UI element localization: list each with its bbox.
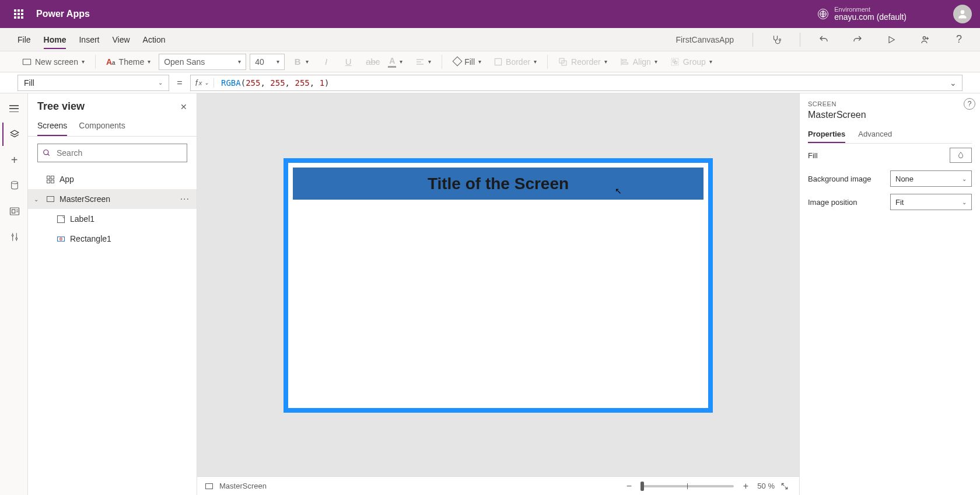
svg-rect-4 [23, 59, 30, 64]
preview-button[interactable] [881, 29, 902, 50]
help-button[interactable]: ? [949, 29, 970, 50]
environment-picker[interactable]: Environment enayu.com (default) [818, 6, 907, 22]
rail-data-button[interactable] [2, 174, 26, 197]
tree-view-panel: Tree view ✕ Screens Components App ⌄ Mas… [28, 93, 197, 495]
svg-rect-14 [671, 58, 678, 65]
canvas-screen[interactable]: Title of the Screen ↖ [288, 163, 708, 408]
tree-tab-components[interactable]: Components [79, 115, 125, 136]
svg-point-31 [60, 238, 62, 240]
rail-advanced-tools-button[interactable] [2, 225, 26, 249]
menu-insert[interactable]: Insert [79, 30, 99, 49]
canvas-label1[interactable]: Title of the Screen [288, 168, 708, 200]
group-button[interactable]: Group ▾ [666, 55, 717, 69]
bg-image-dropdown[interactable]: None ⌄ [890, 170, 972, 187]
menu-action[interactable]: Action [143, 30, 166, 49]
rail-insert-button[interactable]: + [2, 148, 26, 172]
tree-item-label1[interactable]: Label1 [28, 209, 197, 229]
user-avatar[interactable] [953, 5, 972, 23]
border-button[interactable]: Border ▾ [489, 55, 541, 69]
italic-button[interactable]: I [317, 54, 335, 69]
undo-icon [818, 34, 829, 45]
share-person-icon [920, 34, 930, 45]
fill-color-picker[interactable] [950, 148, 972, 163]
zoom-in-button[interactable]: + [740, 481, 751, 491]
property-dropdown[interactable]: Fill ⌄ [18, 75, 169, 91]
props-tab-advanced[interactable]: Advanced [858, 126, 892, 143]
font-color-button[interactable]: A ▾ [383, 54, 407, 70]
tree-item-app[interactable]: App [28, 169, 197, 189]
formula-input[interactable]: RGBA(255, 255, 255, 1) [214, 78, 944, 88]
rail-hamburger-button[interactable] [2, 97, 26, 120]
font-size-dropdown[interactable]: 40 ▾ [250, 54, 285, 70]
tree-item-more-button[interactable]: ··· [180, 194, 190, 204]
expand-formula-button[interactable]: ⌄ [944, 78, 962, 88]
menu-home[interactable]: Home [44, 30, 66, 49]
chevron-down-icon: ⌄ [204, 79, 209, 86]
svg-rect-18 [10, 208, 19, 215]
tree-search-input[interactable] [55, 148, 182, 158]
chevron-down-icon: ▾ [148, 58, 150, 65]
strikethrough-button[interactable]: abc [361, 54, 380, 69]
chevron-down-icon: ⌄ [158, 79, 163, 86]
fullscreen-button[interactable] [780, 482, 792, 490]
font-family-dropdown[interactable]: Open Sans ▾ [159, 54, 246, 70]
underline-button[interactable]: U [339, 54, 358, 69]
svg-rect-28 [57, 215, 64, 222]
prop-label-bg-image: Background image [808, 175, 871, 183]
waffle-icon [14, 9, 23, 19]
share-button[interactable] [915, 29, 936, 50]
more-icon: ··· [180, 194, 190, 204]
redo-button[interactable] [847, 29, 868, 50]
app-checker-button[interactable] [766, 29, 787, 50]
canvas-area[interactable]: Title of the Screen ↖ MasterScreen − + 5… [197, 93, 799, 495]
rail-media-button[interactable] [2, 200, 26, 223]
zoom-slider[interactable] [640, 485, 734, 487]
close-tree-button[interactable]: ✕ [180, 102, 187, 111]
properties-panel: ? SCREEN MasterScreen Properties Advance… [799, 93, 980, 495]
panel-help-button[interactable]: ? [964, 98, 975, 110]
text-align-button[interactable]: ▾ [411, 55, 436, 68]
group-icon [670, 57, 680, 67]
reorder-button[interactable]: Reorder ▾ [554, 55, 612, 69]
screen-icon [22, 58, 32, 66]
bold-button[interactable]: B▾ [288, 54, 313, 69]
environment-icon [818, 9, 828, 19]
question-icon: ? [968, 100, 972, 108]
svg-point-17 [11, 182, 18, 184]
undo-button[interactable] [813, 29, 834, 50]
equals-label: = [169, 78, 190, 88]
separator [752, 33, 753, 47]
image-position-dropdown[interactable]: Fit ⌄ [890, 194, 972, 210]
tree-item-rectangle1[interactable]: Rectangle1 [28, 229, 197, 249]
layers-icon [9, 129, 20, 140]
rail-tree-view-button[interactable] [2, 123, 26, 146]
menu-file[interactable]: File [18, 30, 31, 49]
svg-rect-16 [674, 61, 677, 64]
align-objects-icon [620, 57, 629, 67]
align-left-icon [415, 58, 425, 66]
chevron-down-icon: ⌄ [962, 199, 967, 205]
prop-row-image-position: Image position Fit ⌄ [808, 190, 972, 214]
new-screen-button[interactable]: New screen ▾ [18, 55, 89, 69]
droplet-icon [957, 151, 965, 159]
theme-button[interactable]: Aa Theme ▾ [102, 55, 155, 69]
suite-title: Power Apps [36, 9, 90, 19]
app-launcher-button[interactable] [5, 0, 33, 28]
tree-tab-screens[interactable]: Screens [37, 115, 67, 136]
strikethrough-icon: abc [366, 57, 375, 67]
tree-item-masterscreen[interactable]: ⌄ MasterScreen ··· [28, 189, 197, 209]
media-icon [9, 207, 20, 216]
chevron-down-icon[interactable]: ⌄ [34, 196, 41, 203]
environment-name: enayu.com (default) [834, 13, 907, 22]
question-icon: ? [956, 33, 962, 46]
prop-row-fill: Fill [808, 144, 972, 167]
align-button[interactable]: Align ▾ [615, 55, 662, 69]
font-color-icon: A [389, 56, 395, 65]
tree-search-box[interactable] [37, 144, 187, 162]
zoom-out-button[interactable]: − [623, 481, 635, 491]
fill-button[interactable]: Fill ▾ [448, 55, 486, 69]
menu-view[interactable]: View [112, 30, 130, 49]
fx-label[interactable]: fx⌄ [191, 78, 214, 88]
screen-icon [205, 483, 213, 489]
props-tab-properties[interactable]: Properties [808, 126, 845, 143]
